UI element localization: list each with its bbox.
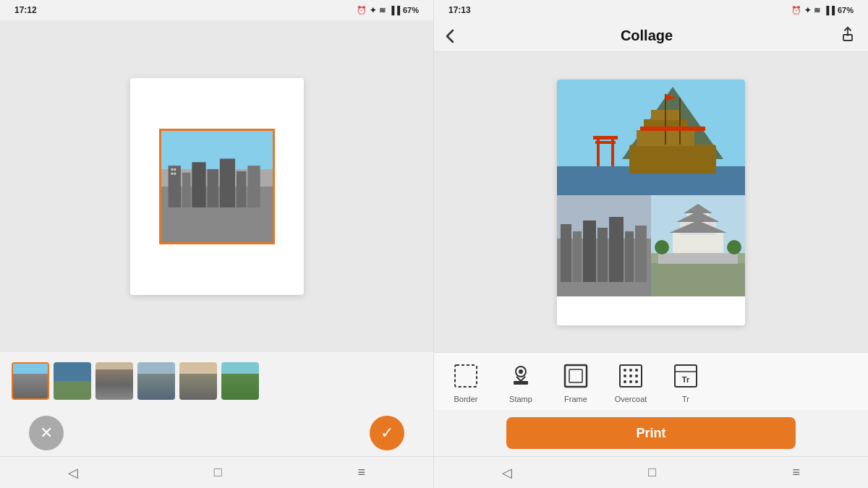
svg-rect-55 (514, 381, 528, 385)
frame-icon (560, 360, 592, 392)
svg-point-67 (624, 380, 626, 383)
svg-rect-11 (174, 168, 176, 170)
left-nav-bar: ◁ □ ≡ (0, 456, 433, 488)
border-label: Border (454, 395, 477, 403)
right-nav-back[interactable]: ◁ (502, 465, 512, 481)
svg-rect-21 (593, 136, 618, 140)
tool-stamp[interactable]: Stamp (501, 360, 541, 403)
svg-rect-58 (565, 365, 587, 387)
svg-point-66 (635, 374, 638, 377)
svg-rect-33 (561, 224, 571, 282)
tool-border[interactable]: Border (446, 360, 486, 403)
left-canvas-area (0, 20, 433, 352)
action-bar: ✕ ✓ (0, 410, 433, 456)
right-nav-menu[interactable]: ≡ (792, 465, 800, 480)
left-nav-back[interactable]: ◁ (68, 465, 78, 481)
svg-point-69 (635, 380, 638, 383)
left-time: 17:12 (14, 5, 37, 15)
left-nav-menu[interactable]: ≡ (358, 465, 366, 480)
svg-rect-10 (171, 168, 173, 170)
svg-point-51 (727, 240, 741, 254)
thumbnail-strip (0, 352, 433, 410)
svg-rect-35 (583, 221, 596, 282)
svg-rect-37 (609, 217, 624, 282)
tool-frame[interactable]: Frame (556, 360, 596, 403)
right-status-bar: 17:13 ⏰ ✦ ≋ ▐▐ 67% (434, 0, 868, 20)
photo-canvas (130, 78, 304, 295)
collage-margin (557, 296, 745, 325)
collage-preview (434, 52, 868, 352)
svg-rect-22 (595, 141, 616, 144)
svg-rect-9 (247, 166, 260, 207)
svg-point-63 (635, 369, 638, 372)
svg-point-65 (629, 374, 632, 377)
svg-point-68 (629, 380, 632, 383)
right-phone-panel: 17:13 ⏰ ✦ ≋ ▐▐ 67% Collage (434, 0, 868, 488)
svg-point-62 (629, 369, 632, 372)
svg-rect-6 (207, 168, 218, 207)
right-time: 17:13 (448, 5, 471, 15)
trim-label: Tr (682, 395, 689, 403)
left-status-icons: ⏰ ✦ ≋ ▐▐ 67% (357, 6, 419, 15)
share-icon (839, 25, 856, 43)
svg-rect-36 (597, 228, 608, 282)
svg-rect-3 (168, 166, 180, 207)
right-nav-bar: ◁ □ ≡ (434, 456, 868, 488)
back-chevron-icon (446, 29, 454, 43)
overcoat-label: Overcoat (615, 395, 647, 403)
right-nav-home[interactable]: □ (648, 465, 656, 480)
overcoat-icon (615, 360, 647, 392)
selected-photo[interactable] (159, 129, 275, 244)
svg-rect-34 (573, 231, 582, 282)
svg-rect-52 (455, 365, 477, 387)
app-header: Collage (434, 20, 868, 52)
right-status-icons: ⏰ ✦ ≋ ▐▐ 67% (791, 6, 854, 15)
svg-rect-59 (569, 369, 582, 382)
thumbnail-5[interactable] (179, 362, 217, 400)
thumbnail-4[interactable] (137, 362, 175, 400)
share-button[interactable] (839, 25, 856, 47)
left-status-bar: 17:12 ⏰ ✦ ≋ ▐▐ 67% (0, 0, 433, 20)
left-phone-panel: 17:12 ⏰ ✦ ≋ ▐▐ 67% (0, 0, 434, 488)
print-bar: Print (434, 410, 868, 456)
svg-rect-41 (651, 260, 745, 296)
collage-top-photo (557, 80, 745, 195)
svg-point-61 (624, 369, 626, 372)
cancel-button[interactable]: ✕ (29, 416, 64, 450)
tool-bar: Border Stamp Fram (434, 352, 868, 410)
trim-icon: Tr (670, 360, 702, 392)
print-button[interactable]: Print (506, 417, 796, 449)
svg-rect-4 (182, 172, 190, 207)
confirm-button[interactable]: ✓ (370, 416, 404, 450)
tool-trim[interactable]: Tr Tr (665, 360, 706, 403)
svg-rect-23 (629, 145, 716, 174)
svg-rect-5 (192, 162, 205, 207)
stamp-label: Stamp (509, 395, 532, 403)
thumbnail-2[interactable] (54, 362, 91, 400)
collage-bottom-row (557, 195, 745, 296)
stamp-icon (505, 360, 537, 392)
thumbnail-6[interactable] (221, 362, 259, 400)
border-icon (450, 360, 482, 392)
collage-bottom-left-photo (557, 195, 651, 296)
svg-rect-38 (625, 231, 634, 282)
svg-text:Tr: Tr (682, 375, 690, 384)
svg-point-50 (655, 240, 669, 254)
city-photo-main (161, 131, 273, 242)
svg-rect-12 (171, 172, 173, 174)
page-title: Collage (621, 27, 673, 44)
svg-rect-30 (640, 127, 705, 131)
svg-rect-7 (219, 158, 234, 207)
collage-canvas (557, 80, 745, 325)
back-button[interactable] (446, 29, 454, 43)
left-nav-home[interactable]: □ (214, 465, 222, 480)
frame-label: Frame (564, 395, 587, 403)
svg-point-54 (519, 369, 523, 374)
thumbnail-1[interactable] (12, 362, 49, 400)
thumbnail-3[interactable] (95, 362, 133, 400)
svg-rect-39 (635, 226, 647, 282)
collage-bottom-right-photo (651, 195, 745, 296)
tool-overcoat[interactable]: Overcoat (610, 360, 651, 403)
svg-rect-8 (236, 171, 245, 207)
svg-point-64 (624, 374, 626, 377)
